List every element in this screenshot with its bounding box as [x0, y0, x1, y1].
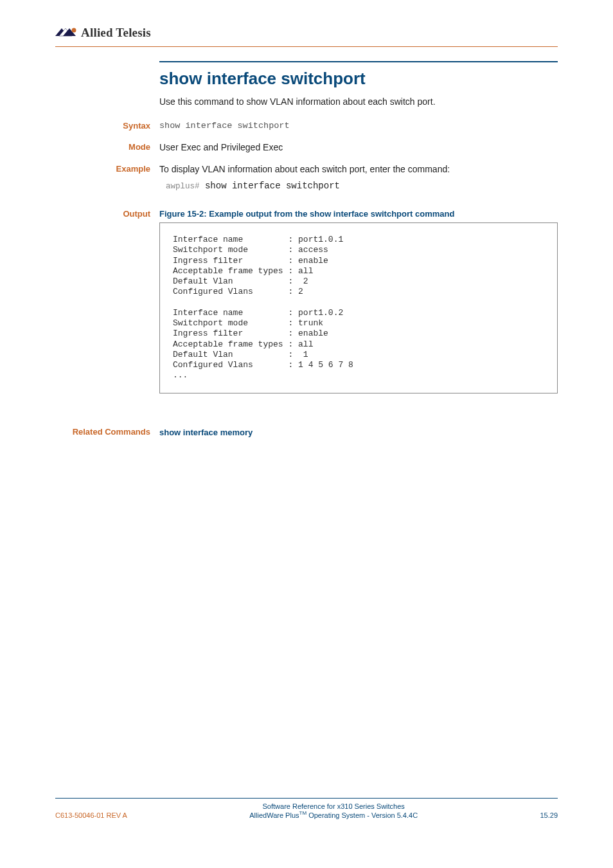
- page-title: show interface switchport: [159, 69, 558, 89]
- logo-text: Allied Telesis: [81, 26, 151, 40]
- footer-right: 15.29: [540, 811, 558, 819]
- footer-left: C613-50046-01 REV A: [55, 811, 127, 819]
- example-label: Example: [55, 164, 159, 174]
- example-cmd-line: awplus# show interface switchport: [166, 181, 558, 191]
- syntax-row: Syntax show interface switchport: [159, 121, 558, 131]
- svg-point-3: [72, 28, 76, 33]
- footer-center-line1: Software Reference for x310 Series Switc…: [127, 802, 540, 810]
- mode-value: User Exec and Privileged Exec: [159, 142, 558, 152]
- mode-row: Mode User Exec and Privileged Exec: [159, 142, 558, 152]
- example-row: Example To display VLAN information abou…: [159, 164, 558, 191]
- mode-label: Mode: [55, 142, 159, 152]
- page-header: Allied Telesis: [55, 26, 558, 42]
- output-row: Output Figure 15-2: Example output from …: [159, 209, 558, 415]
- footer-center-line2: AlliedWare PlusTM Operating System - Ver…: [127, 810, 540, 819]
- example-prompt: awplus#: [166, 182, 200, 191]
- syntax-value: show interface switchport: [159, 121, 558, 131]
- intro-text: Use this command to show VLAN informatio…: [159, 96, 558, 107]
- footer-divider: [55, 798, 558, 799]
- example-cmd: show interface switchport: [205, 181, 340, 191]
- output-caption: Figure 15-2: Example output from the sho…: [159, 209, 558, 219]
- related-label: Related Commands: [55, 427, 159, 437]
- related-link[interactable]: show interface memory: [159, 428, 253, 437]
- page-footer: C613-50046-01 REV A Software Reference f…: [55, 798, 558, 819]
- header-divider: [55, 46, 558, 47]
- syntax-label: Syntax: [55, 121, 159, 131]
- title-divider: [159, 61, 558, 62]
- output-label: Output: [55, 209, 159, 219]
- related-row: Related Commands show interface memory: [159, 427, 558, 437]
- example-text: To display VLAN information about each s…: [159, 164, 558, 174]
- footer-center: Software Reference for x310 Series Switc…: [127, 802, 540, 819]
- logo: Allied Telesis: [55, 26, 151, 40]
- output-box: Interface name : port1.0.1 Switchport mo…: [159, 222, 558, 393]
- logo-icon: [55, 27, 77, 39]
